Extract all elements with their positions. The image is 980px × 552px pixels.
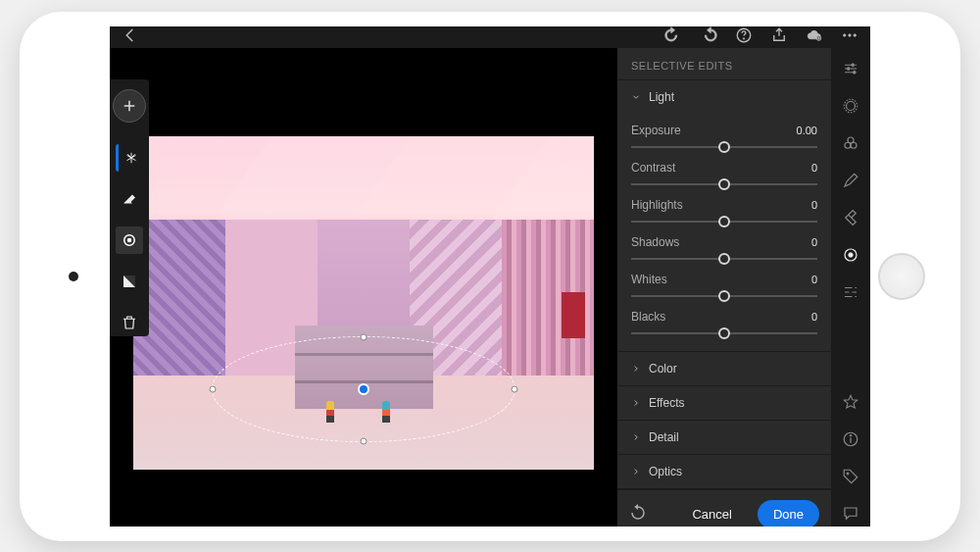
slider-exposure[interactable] (631, 139, 817, 155)
slider-shadows[interactable] (631, 251, 817, 267)
slider-knob[interactable] (718, 253, 730, 265)
strip-selective[interactable] (842, 246, 859, 268)
strip-star[interactable] (842, 393, 859, 415)
help-button[interactable] (735, 26, 753, 48)
strip-adjust[interactable] (842, 60, 859, 81)
strip-brush[interactable] (842, 172, 859, 193)
main-area: SELECTIVE EDITS Light Exposure0.00Contra… (110, 48, 870, 527)
trash-icon (121, 314, 138, 331)
eraser-icon (121, 190, 138, 208)
section-light-label: Light (649, 90, 674, 104)
section-light: Light Exposure0.00Contrast0Highlights0Sh… (617, 80, 831, 352)
chevron-left-icon (122, 26, 139, 44)
selection-handle-right[interactable] (512, 385, 518, 392)
svg-point-16 (851, 142, 857, 148)
svg-point-1 (743, 37, 745, 39)
section-label: Effects (649, 396, 684, 410)
share-icon (770, 26, 788, 44)
ipad-home-button[interactable] (878, 253, 925, 300)
section-label: Detail (649, 430, 679, 444)
svg-point-3 (844, 33, 846, 35)
chevron-right-icon (631, 432, 641, 442)
strip-presets[interactable] (842, 134, 859, 156)
geometry-icon (842, 283, 859, 301)
selection-handle-left[interactable] (209, 385, 216, 392)
radial-selection-ellipse[interactable] (212, 336, 515, 443)
redo-button[interactable] (664, 26, 682, 48)
svg-point-7 (127, 237, 132, 242)
more-button[interactable] (841, 26, 858, 48)
share-button[interactable] (770, 26, 788, 48)
tool-asterisk[interactable] (116, 144, 143, 172)
cloud-icon (806, 26, 823, 44)
selection-handle-top[interactable] (360, 333, 367, 340)
slider-knob[interactable] (718, 290, 730, 302)
svg-point-5 (854, 33, 856, 35)
panel-title: SELECTIVE EDITS (617, 48, 831, 80)
ipad-camera-icon (69, 272, 78, 281)
slider-row-whites: Whites0 (631, 267, 817, 288)
slider-highlights[interactable] (631, 214, 817, 229)
slider-knob[interactable] (718, 327, 730, 339)
adjust-icon (842, 60, 859, 77)
undo-button[interactable] (700, 26, 717, 48)
tool-gradient-filter[interactable] (116, 268, 143, 295)
undo-icon (700, 26, 717, 44)
slider-knob[interactable] (718, 178, 730, 190)
slider-row-exposure: Exposure0.00 (631, 118, 817, 139)
strip-geometry[interactable] (842, 283, 859, 305)
slider-row-highlights: Highlights0 (631, 192, 817, 214)
chevron-right-icon (631, 467, 641, 477)
add-selection-button[interactable] (113, 89, 146, 123)
tool-trash[interactable] (116, 309, 143, 336)
back-button[interactable] (122, 26, 139, 48)
strip-heal[interactable] (842, 209, 859, 230)
slider-blacks[interactable] (631, 326, 817, 341)
strip-crop[interactable] (842, 97, 859, 119)
done-button[interactable]: Done (758, 500, 819, 527)
chevron-down-icon (631, 92, 641, 102)
canvas[interactable] (110, 48, 617, 527)
svg-point-15 (845, 142, 851, 148)
presets-icon (842, 134, 859, 152)
selection-handle-bottom[interactable] (360, 438, 367, 445)
slider-value: 0 (811, 236, 817, 248)
chevron-right-icon (631, 364, 641, 374)
info-icon (842, 430, 859, 448)
section-label: Color (649, 362, 677, 376)
slider-knob[interactable] (718, 216, 730, 227)
strip-tag[interactable] (842, 468, 859, 489)
slider-whites[interactable] (631, 288, 817, 304)
section-detail-header[interactable]: Detail (617, 421, 831, 454)
section-color-header[interactable]: Color (617, 352, 831, 385)
strip-info[interactable] (842, 430, 859, 452)
selective-icon (842, 246, 859, 264)
reset-button[interactable] (629, 504, 647, 525)
section-effects-header[interactable]: Effects (617, 386, 831, 420)
section-color: Color (617, 352, 831, 386)
slider-contrast[interactable] (631, 176, 817, 192)
section-light-header[interactable]: Light (617, 80, 831, 114)
section-optics-header[interactable]: Optics (617, 455, 831, 488)
selective-edits-panel: SELECTIVE EDITS Light Exposure0.00Contra… (617, 48, 831, 527)
help-icon (735, 26, 753, 44)
slider-label: Blacks (631, 310, 665, 324)
tool-eraser[interactable] (116, 185, 143, 213)
slider-label: Contrast (631, 161, 675, 175)
selection-center-handle[interactable] (358, 383, 369, 395)
cloud-sync-button[interactable] (806, 26, 823, 48)
section-label: Optics (649, 465, 682, 478)
strip-comments[interactable] (842, 505, 859, 527)
section-detail: Detail (617, 421, 831, 455)
selective-tool-rail (110, 79, 149, 336)
cancel-button[interactable]: Cancel (676, 500, 747, 527)
slider-row-shadows: Shadows0 (631, 229, 817, 251)
asterisk-icon (122, 149, 140, 167)
svg-point-21 (847, 472, 849, 474)
section-effects: Effects (617, 386, 831, 421)
plus-icon (121, 97, 138, 115)
more-icon (841, 26, 858, 44)
tag-icon (842, 468, 859, 485)
slider-knob[interactable] (718, 141, 730, 153)
tool-radial-filter[interactable] (116, 226, 143, 254)
